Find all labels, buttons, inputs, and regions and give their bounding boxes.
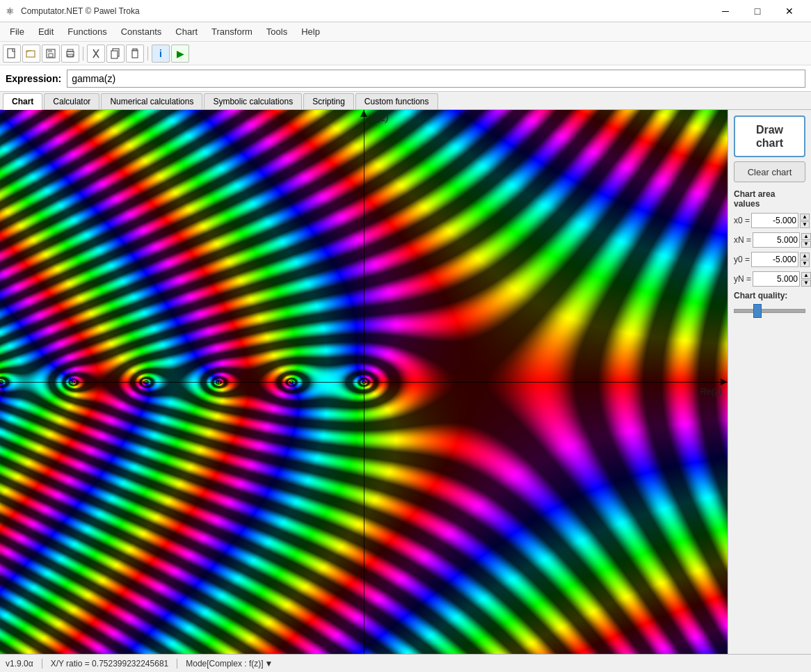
xN-up[interactable]: ▲ bbox=[801, 233, 811, 240]
menu-edit[interactable]: Edit bbox=[31, 24, 61, 40]
app-title: Computator.NET © Pawel Troka bbox=[21, 6, 709, 16]
mode-arrow-icon: ▼ bbox=[265, 659, 273, 669]
toolbar-sep-2 bbox=[147, 47, 148, 61]
y0-input[interactable] bbox=[751, 252, 798, 267]
mode-selector[interactable]: Mode[Complex : f(z)] ▼ bbox=[186, 659, 273, 669]
chart-area-values-label: Chart areavalues bbox=[734, 189, 805, 209]
yN-label: yN = bbox=[734, 274, 751, 284]
maximize-button[interactable]: □ bbox=[741, 0, 773, 22]
right-panel: Drawchart Clear chart Chart areavalues x… bbox=[728, 110, 811, 654]
x0-up[interactable]: ▲ bbox=[800, 214, 810, 221]
open-button[interactable] bbox=[22, 45, 40, 63]
run-button[interactable]: ▶ bbox=[171, 45, 189, 63]
copy-button[interactable] bbox=[106, 45, 125, 63]
titlebar: ⚛ Computator.NET © Pawel Troka ─ □ ✕ bbox=[0, 0, 811, 22]
status-sep-2 bbox=[177, 659, 177, 669]
menu-tools[interactable]: Tools bbox=[259, 24, 294, 40]
yN-down[interactable]: ▼ bbox=[801, 280, 811, 287]
xy-ratio-label: X/Y ratio = 0.752399232245681 bbox=[51, 659, 169, 669]
tab-numerical[interactable]: Numerical calculations bbox=[101, 93, 202, 109]
menu-file[interactable]: File bbox=[3, 24, 31, 40]
toolbar: i ▶ bbox=[0, 42, 811, 65]
svg-rect-3 bbox=[48, 49, 52, 52]
version-label: v1.9.0α bbox=[6, 659, 33, 669]
complex-plot-canvas bbox=[0, 110, 728, 654]
tab-symbolic[interactable]: Symbolic calculations bbox=[204, 93, 302, 109]
y0-label: y0 = bbox=[734, 255, 750, 264]
window-controls: ─ □ ✕ bbox=[709, 0, 805, 22]
yN-row: yN = ▲ ▼ bbox=[734, 271, 805, 287]
y0-up[interactable]: ▲ bbox=[800, 253, 810, 259]
yN-spinner: ▲ ▼ bbox=[801, 272, 811, 287]
svg-rect-11 bbox=[111, 51, 118, 58]
xN-spinner: ▲ ▼ bbox=[801, 233, 811, 248]
x0-spinner: ▲ ▼ bbox=[800, 214, 810, 228]
y0-spinner: ▲ ▼ bbox=[800, 253, 810, 267]
clear-chart-button[interactable]: Clear chart bbox=[734, 161, 805, 182]
paste-button[interactable] bbox=[126, 45, 144, 63]
xN-down[interactable]: ▼ bbox=[801, 241, 811, 248]
y0-down[interactable]: ▼ bbox=[800, 260, 810, 267]
yN-up[interactable]: ▲ bbox=[801, 272, 811, 279]
y0-row: y0 = ▲ ▼ bbox=[734, 252, 805, 267]
menubar: File Edit Functions Constants Chart Tran… bbox=[0, 22, 811, 42]
svg-rect-6 bbox=[67, 49, 73, 51]
draw-chart-button[interactable]: Drawchart bbox=[734, 115, 805, 157]
minimize-button[interactable]: ─ bbox=[709, 0, 741, 22]
new-button[interactable] bbox=[3, 45, 21, 63]
app-icon: ⚛ bbox=[6, 6, 17, 17]
close-button[interactable]: ✕ bbox=[773, 0, 805, 22]
menu-help[interactable]: Help bbox=[294, 24, 327, 40]
print-button[interactable] bbox=[61, 45, 79, 63]
main-area: Im(z) Re(z) Drawchart Clear chart Chart … bbox=[0, 110, 811, 654]
chart-quality-label: Chart quality: bbox=[734, 291, 805, 301]
svg-rect-4 bbox=[49, 54, 53, 57]
svg-rect-12 bbox=[132, 50, 138, 58]
yN-input[interactable] bbox=[753, 271, 800, 287]
quality-slider[interactable] bbox=[734, 309, 805, 313]
quality-slider-container bbox=[734, 305, 805, 333]
x0-label: x0 = bbox=[734, 216, 750, 225]
save-button[interactable] bbox=[42, 45, 60, 63]
statusbar: v1.9.0α X/Y ratio = 0.752399232245681 Mo… bbox=[0, 654, 811, 672]
xN-row: xN = ▲ ▼ bbox=[734, 232, 805, 248]
mode-text: Mode[Complex : f(z)] bbox=[186, 659, 263, 669]
menu-transform[interactable]: Transform bbox=[204, 24, 259, 40]
menu-chart[interactable]: Chart bbox=[168, 24, 204, 40]
tab-custom[interactable]: Custom functions bbox=[355, 93, 438, 109]
tab-scripting[interactable]: Scripting bbox=[303, 93, 354, 109]
cut-button[interactable] bbox=[87, 45, 105, 63]
x0-down[interactable]: ▼ bbox=[800, 221, 810, 228]
menu-constants[interactable]: Constants bbox=[114, 24, 169, 40]
x0-row: x0 = ▲ ▼ bbox=[734, 213, 805, 228]
about-button[interactable]: i bbox=[152, 45, 170, 63]
xN-input[interactable] bbox=[753, 232, 800, 248]
x0-input[interactable] bbox=[751, 213, 798, 228]
expression-bar: Expression: bbox=[0, 65, 811, 92]
re-axis-arrow bbox=[721, 378, 728, 385]
expression-input[interactable] bbox=[67, 70, 805, 88]
tab-chart[interactable]: Chart bbox=[3, 93, 42, 110]
im-axis-arrow bbox=[360, 110, 367, 117]
svg-rect-0 bbox=[8, 49, 15, 58]
tab-calculator[interactable]: Calculator bbox=[44, 93, 99, 109]
expression-label: Expression: bbox=[6, 73, 61, 84]
tab-bar: Chart Calculator Numerical calculations … bbox=[0, 92, 811, 110]
xN-label: xN = bbox=[734, 235, 751, 245]
toolbar-sep-1 bbox=[83, 47, 83, 61]
menu-functions[interactable]: Functions bbox=[61, 24, 113, 40]
status-sep-1 bbox=[42, 659, 42, 669]
chart-area[interactable]: Im(z) Re(z) bbox=[0, 110, 728, 654]
